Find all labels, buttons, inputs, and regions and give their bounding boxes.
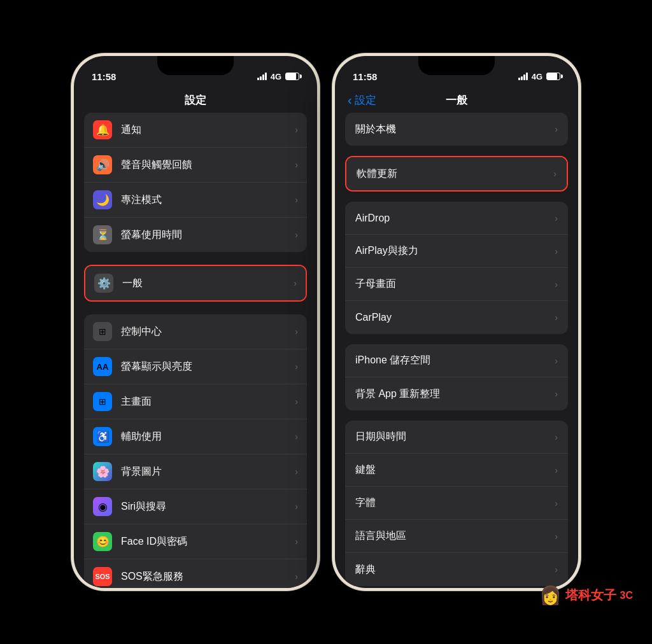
sidebar-item-sos[interactable]: SOS SOS緊急服務 › xyxy=(84,559,307,588)
keyboard-item[interactable]: 鍵盤 › xyxy=(345,454,568,487)
left-status-bar: 11:58 4G xyxy=(74,56,317,88)
signal-bars xyxy=(257,73,267,80)
date-time-item[interactable]: 日期與時間 › xyxy=(345,421,568,454)
focus-label: 專注模式 xyxy=(121,193,295,207)
airdrop-item[interactable]: AirDrop › xyxy=(345,202,568,235)
right-battery-icon xyxy=(546,73,560,80)
dictionary-label: 辭典 xyxy=(355,563,555,577)
back-chevron-icon: ‹ xyxy=(348,93,352,108)
right-nav-title: 一般 xyxy=(446,93,467,108)
chevron-icon: › xyxy=(555,432,558,442)
bg-refresh-label: 背景 App 重新整理 xyxy=(355,388,555,401)
sidebar-item-accessibility[interactable]: ♿ 輔助使用 › xyxy=(84,419,307,454)
right-nav: ‹ 設定 一般 xyxy=(335,88,578,113)
right-scroll-content[interactable]: 關於本機 › 軟體更新 › AirDrop › xyxy=(335,113,578,588)
general-highlight-box: ⚙️ 一般 › xyxy=(84,265,307,302)
language-item[interactable]: 語言與地區 › xyxy=(345,520,568,553)
chevron-icon: › xyxy=(295,501,298,512)
left-phone: 11:58 4G 設定 xyxy=(71,53,320,591)
chevron-icon: › xyxy=(295,125,298,135)
sounds-icon: 🔊 xyxy=(93,155,112,174)
left-nav: 設定 xyxy=(74,88,317,113)
left-group1: 🔔 通知 › 🔊 聲音與觸覺回饋 › 🌙 專注模式 › xyxy=(84,113,307,252)
pip-item[interactable]: 子母畫面 › xyxy=(345,268,568,301)
chevron-icon: › xyxy=(295,466,298,477)
sidebar-item-home[interactable]: ⊞ 主畫面 › xyxy=(84,384,307,419)
screen-time-icon: ⏳ xyxy=(93,225,112,244)
right-status-bar: 11:58 4G xyxy=(335,56,578,88)
display-icon: AA xyxy=(93,357,112,376)
chevron-icon: › xyxy=(295,195,298,205)
accessibility-label: 輔助使用 xyxy=(121,430,295,444)
date-time-label: 日期與時間 xyxy=(355,430,555,444)
chevron-icon: › xyxy=(295,160,298,170)
fonts-item[interactable]: 字體 › xyxy=(345,487,568,520)
general-label: 一般 xyxy=(122,277,294,290)
left-time: 11:58 xyxy=(92,71,116,82)
notification-icon: 🔔 xyxy=(93,120,112,139)
left-status-icons: 4G xyxy=(257,72,299,81)
chevron-icon: › xyxy=(295,431,298,442)
back-button[interactable]: ‹ 設定 xyxy=(348,93,376,108)
watermark: 👩 塔科女子 3C xyxy=(539,585,633,606)
sidebar-item-display[interactable]: AA 螢幕顯示與亮度 › xyxy=(84,349,307,384)
sidebar-item-general[interactable]: ⚙️ 一般 › xyxy=(85,266,306,300)
sidebar-item-sounds[interactable]: 🔊 聲音與觸覺回饋 › xyxy=(84,148,307,183)
sos-label: SOS緊急服務 xyxy=(121,570,295,584)
chevron-icon: › xyxy=(555,564,558,575)
airplay-label: AirPlay與接力 xyxy=(355,244,555,258)
sidebar-item-wallpaper[interactable]: 🌸 背景圖片 › xyxy=(84,454,307,489)
software-update-item[interactable]: 軟體更新 › xyxy=(346,157,567,190)
chevron-icon: › xyxy=(555,389,558,399)
sidebar-item-notifications[interactable]: 🔔 通知 › xyxy=(84,113,307,148)
iphone-storage-label: iPhone 儲存空間 xyxy=(355,354,555,367)
chevron-icon: › xyxy=(555,246,558,256)
chevron-icon: › xyxy=(295,361,298,372)
language-label: 語言與地區 xyxy=(355,529,555,543)
siri-icon: ◉ xyxy=(93,497,112,516)
wallpaper-label: 背景圖片 xyxy=(121,465,295,479)
airplay-item[interactable]: AirPlay與接力 › xyxy=(345,235,568,268)
sidebar-item-control-center[interactable]: ⊞ 控制中心 › xyxy=(84,314,307,349)
chevron-icon: › xyxy=(295,536,298,547)
left-scroll-content[interactable]: 🔔 通知 › 🔊 聲音與觸覺回饋 › 🌙 專注模式 › xyxy=(74,113,317,588)
network-type: 4G xyxy=(271,72,281,81)
sounds-label: 聲音與觸覺回饋 xyxy=(121,158,295,172)
control-center-label: 控制中心 xyxy=(121,325,295,339)
left-nav-title: 設定 xyxy=(185,93,206,108)
accessibility-icon: ♿ xyxy=(93,427,112,446)
right-group4: 日期與時間 › 鍵盤 › 字體 › 語言與地區 › xyxy=(345,421,568,586)
iphone-storage-item[interactable]: iPhone 儲存空間 › xyxy=(345,344,568,377)
watermark-sub: 3C xyxy=(620,590,633,601)
sidebar-item-faceid[interactable]: 😊 Face ID與密碼 › xyxy=(84,524,307,559)
sidebar-item-screen-time[interactable]: ⏳ 螢幕使用時間 › xyxy=(84,218,307,252)
sos-icon: SOS xyxy=(93,567,112,586)
keyboard-label: 鍵盤 xyxy=(355,463,555,477)
chevron-icon: › xyxy=(295,571,298,582)
focus-icon: 🌙 xyxy=(93,190,112,209)
dictionary-item[interactable]: 辭典 › xyxy=(345,553,568,586)
left-group2: ⊞ 控制中心 › AA 螢幕顯示與亮度 › ⊞ 主畫面 › xyxy=(84,314,307,588)
wallpaper-icon: 🌸 xyxy=(93,462,112,481)
sidebar-item-siri[interactable]: ◉ Siri與搜尋 › xyxy=(84,489,307,524)
home-icon: ⊞ xyxy=(93,392,112,411)
right-notch xyxy=(418,56,495,75)
right-time: 11:58 xyxy=(353,71,377,82)
general-about-item[interactable]: 關於本機 › xyxy=(345,113,568,146)
sidebar-item-focus[interactable]: 🌙 專注模式 › xyxy=(84,183,307,218)
bg-refresh-item[interactable]: 背景 App 重新整理 › xyxy=(345,377,568,410)
home-label: 主畫面 xyxy=(121,395,295,409)
chevron-icon: › xyxy=(555,531,558,542)
pip-label: 子母畫面 xyxy=(355,277,555,291)
right-network-type: 4G xyxy=(532,72,542,81)
chevron-icon: › xyxy=(294,278,297,288)
carplay-label: CarPlay xyxy=(355,312,555,323)
software-update-label: 軟體更新 xyxy=(357,167,553,181)
siri-label: Siri與搜尋 xyxy=(121,500,295,514)
right-group2: AirDrop › AirPlay與接力 › 子母畫面 › CarPlay › xyxy=(345,202,568,334)
control-center-icon: ⊞ xyxy=(93,322,112,341)
carplay-item[interactable]: CarPlay › xyxy=(345,301,568,334)
chevron-icon: › xyxy=(295,230,298,240)
chevron-icon: › xyxy=(555,312,558,323)
software-update-highlight: 軟體更新 › xyxy=(345,156,568,192)
